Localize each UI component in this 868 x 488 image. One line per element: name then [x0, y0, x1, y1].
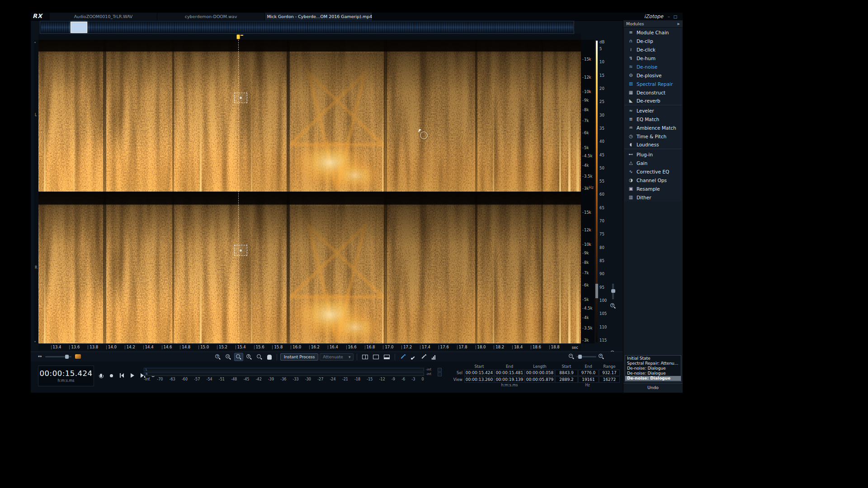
module-item[interactable]: ↯ De-hum: [624, 54, 682, 62]
module-item[interactable]: ▥ Dither: [624, 193, 682, 202]
module-item[interactable]: ◣ De-reverb: [624, 97, 682, 105]
history-item[interactable]: Initial State: [625, 356, 681, 361]
hand-tool-button[interactable]: [265, 353, 274, 361]
slider-handle[interactable]: [578, 355, 582, 359]
vertical-zoom-slider[interactable]: [612, 284, 614, 299]
magnify-button[interactable]: [255, 353, 264, 361]
window-control-button[interactable]: –: [668, 14, 670, 19]
module-item[interactable]: ≡ Module Chain: [624, 28, 682, 37]
window-control-button[interactable]: □: [673, 14, 677, 19]
vertical-zoom-handle[interactable]: [611, 289, 615, 293]
sel-end-time[interactable]: 00:00:15.481: [495, 370, 524, 376]
module-icon: ↯: [628, 56, 634, 61]
meter-bar-right[interactable]: R: [144, 372, 424, 376]
waveform-overview[interactable]: [40, 21, 574, 34]
module-item[interactable]: ◖ Loudness: [624, 141, 682, 149]
vertical-zoom-controls: + −: [610, 283, 617, 360]
bottom-view-button[interactable]: [382, 353, 392, 361]
view-end-time[interactable]: 00:00:19.139: [495, 376, 524, 383]
module-item[interactable]: ◷ Time & Pitch: [624, 132, 682, 141]
module-item[interactable]: ≈ Leveler: [624, 106, 682, 115]
history-item[interactable]: De-noise: Dialogue: [625, 371, 681, 376]
module-item[interactable]: ⊞ Spectral Repair: [624, 80, 682, 88]
instant-process-button[interactable]: Instant Process: [280, 353, 318, 361]
spectrogram-right-channel[interactable]: [38, 193, 581, 343]
history-item[interactable]: Spectral Repair: Attenu…: [625, 361, 681, 366]
legend-range-marker[interactable]: [595, 284, 598, 298]
play-button[interactable]: [129, 372, 136, 379]
module-item[interactable]: ≋ De-noise: [624, 62, 682, 71]
zoom-selection-button[interactable]: ▫: [224, 353, 233, 361]
overview-view-region[interactable]: [71, 22, 87, 33]
gutter-down-arrow-icon[interactable]: ▾: [34, 340, 36, 343]
horizontal-zoom-slider[interactable]: [576, 356, 596, 357]
meter-option-button[interactable]: [438, 372, 442, 376]
single-view-button[interactable]: [371, 353, 381, 361]
attenuate-dropdown[interactable]: Attenuate ▾: [320, 353, 354, 361]
zoom-fit-button[interactable]: ↕: [245, 353, 254, 361]
module-item[interactable]: ∿ Corrective EQ: [624, 167, 682, 176]
sel-length[interactable]: 00:00:00.058: [525, 370, 555, 376]
marker-lane[interactable]: [38, 34, 581, 40]
levels-button[interactable]: [430, 353, 437, 361]
history-item[interactable]: De-noise: Dialogue: [625, 376, 681, 381]
view-start-time[interactable]: 00:00:13.260: [464, 376, 494, 383]
spectral-selection-box[interactable]: [234, 245, 248, 256]
history-item[interactable]: De-noise: Dialogue: [625, 366, 681, 371]
document-tab[interactable]: × Mick Gordon - Cyberde…OM 2016 Gamerip)…: [265, 13, 373, 20]
document-tab[interactable]: cyberdemon-DOOM.wav: [157, 13, 265, 20]
return-to-start-button[interactable]: [118, 372, 125, 379]
tab-label: AudioZOOM0010_TrLR.WAV: [74, 14, 133, 19]
level-meters: L R -inf. -inf. -Inf.-70-63-60-57-54-51-…: [144, 368, 447, 381]
module-item[interactable]: ⊖ De-plosive: [624, 71, 682, 80]
spectrogram-waveform-blend-icon[interactable]: [75, 354, 81, 359]
module-item[interactable]: ⊷ Plug-in: [624, 150, 682, 159]
lasso-tool-button[interactable]: [419, 353, 429, 361]
module-item[interactable]: ∩ De-clip: [624, 37, 682, 45]
view-end-freq[interactable]: 19161: [578, 376, 599, 383]
module-item[interactable]: ♒ Ambience Match: [624, 123, 682, 132]
spectrogram-left-channel[interactable]: [38, 40, 581, 192]
module-item[interactable]: ≣ EQ Match: [624, 115, 682, 123]
frequency-unit-label: Hz: [589, 185, 594, 190]
undo-button[interactable]: Undo: [623, 383, 683, 390]
overview-zoom-slider[interactable]: [45, 356, 71, 357]
playhead-line[interactable]: [238, 40, 239, 343]
record-button[interactable]: [108, 372, 115, 379]
sel-start-time[interactable]: 00:00:15.424: [464, 370, 494, 376]
gutter-up-arrow-icon[interactable]: ▴: [34, 40, 36, 43]
expand-panel-icon[interactable]: ▶: [678, 21, 680, 27]
sel-end-freq[interactable]: 9776.0: [578, 370, 599, 376]
zoom-out-horizontal-icon[interactable]: −: [569, 354, 574, 359]
modules-header[interactable]: Modules ▶: [623, 20, 683, 28]
fit-horizontal-icon[interactable]: ↔: [38, 354, 42, 359]
module-label: Module Chain: [637, 30, 669, 35]
zoom-tool-button[interactable]: [234, 353, 243, 361]
record-arm-button[interactable]: [98, 372, 104, 379]
module-item[interactable]: ◑ Channel Ops: [624, 176, 682, 184]
brush-tool-button[interactable]: [409, 353, 418, 361]
module-item[interactable]: ▣ Resample: [624, 184, 682, 193]
view-freq-range[interactable]: 16272: [599, 376, 620, 383]
module-label: Leveler: [637, 108, 654, 113]
zoom-in-horizontal-icon[interactable]: +: [599, 354, 604, 359]
module-item[interactable]: ≀ De-click: [624, 45, 682, 54]
time-ruler[interactable]: sec 13.413.613.814.014.214.414.614.815.0…: [38, 343, 581, 350]
view-start-freq[interactable]: 2889.2: [555, 376, 578, 383]
sel-freq-range[interactable]: 932.17: [599, 370, 620, 376]
slider-handle[interactable]: [65, 355, 69, 359]
document-tab[interactable]: AudioZOOM0010_TrLR.WAV: [50, 13, 157, 20]
spectral-selection-box[interactable]: [234, 93, 248, 103]
meter-option-button[interactable]: [438, 368, 442, 372]
frequency-label: 3k: [582, 187, 589, 191]
split-view-button[interactable]: [360, 353, 370, 361]
zoom-in-time-button[interactable]: +: [213, 353, 222, 361]
zoom-in-vertical-icon[interactable]: +: [610, 303, 616, 309]
module-item[interactable]: ▦ Deconstruct: [624, 88, 682, 97]
playhead-pin[interactable]: [236, 34, 240, 39]
view-length[interactable]: 00:00:05.879: [525, 376, 555, 383]
module-item[interactable]: △ Gain: [624, 159, 682, 167]
sel-start-freq[interactable]: 8843.9: [555, 370, 578, 376]
magic-wand-button[interactable]: [398, 353, 408, 361]
meter-bar-left[interactable]: L: [144, 368, 424, 371]
